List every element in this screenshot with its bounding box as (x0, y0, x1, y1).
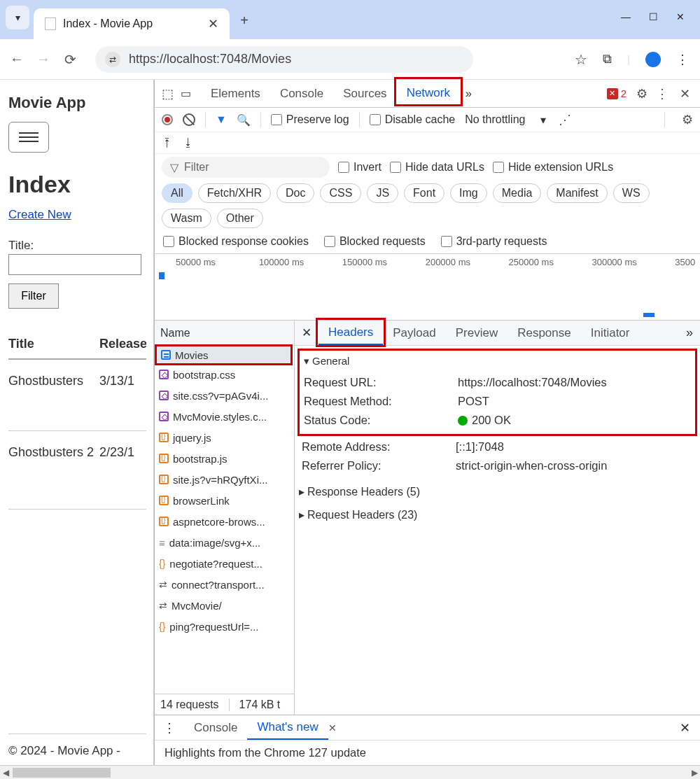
export-har-icon[interactable]: ⭱ (162, 136, 173, 149)
import-har-icon[interactable]: ⭳ (183, 136, 194, 149)
hide-data-urls-checkbox[interactable]: Hide data URLs (390, 161, 484, 174)
third-party-checkbox[interactable]: 3rd-party requests (441, 235, 547, 248)
horizontal-scrollbar[interactable]: ◀ ▶ (0, 765, 700, 779)
throttling-dropdown[interactable]: No throttling▾ (465, 113, 546, 127)
request-row[interactable]: {}negotiate?request... (155, 553, 294, 574)
device-toggle-icon[interactable]: ▭ (181, 87, 191, 100)
new-tab-button[interactable]: + (234, 13, 255, 29)
pill-doc[interactable]: Doc (276, 183, 314, 203)
request-list-header[interactable]: Name (155, 321, 294, 346)
pill-img[interactable]: Img (450, 183, 487, 203)
pill-css[interactable]: CSS (320, 183, 361, 203)
pill-other[interactable]: Other (217, 209, 263, 228)
bookmark-star-icon[interactable]: ☆ (575, 51, 587, 68)
request-row[interactable]: aspnetcore-brows... (155, 511, 294, 532)
tab-search-button[interactable]: ▾ (6, 6, 29, 29)
drawer-tab-whatsnew[interactable]: What's new (247, 716, 328, 740)
app-brand[interactable]: Movie App (8, 94, 146, 112)
tab-network[interactable]: Network (398, 82, 458, 106)
pill-ws[interactable]: WS (613, 183, 650, 203)
pill-media[interactable]: Media (493, 183, 542, 203)
detail-tab-headers[interactable]: Headers (318, 321, 383, 345)
request-row[interactable]: ⇄connect?transport... (155, 574, 294, 595)
browser-tab[interactable]: Index - Movie App ✕ (34, 8, 230, 39)
table-row: Ghostbusters 3/13/1 (8, 360, 146, 431)
request-row[interactable]: {}ping?requestUrl=... (155, 616, 294, 637)
address-bar[interactable]: ⇄ https://localhost:7048/Movies (95, 46, 473, 73)
invert-checkbox[interactable]: Invert (338, 161, 382, 174)
request-row[interactable]: bootstrap.js (155, 448, 294, 469)
create-new-link[interactable]: Create New (8, 208, 146, 222)
network-conditions-icon[interactable]: ⋰ (559, 112, 571, 127)
drawer-tab-console[interactable]: Console (184, 717, 247, 739)
response-headers-disclosure[interactable]: Response Headers (5) (295, 479, 700, 503)
page-content: Movie App Index Create New Title: Filter… (0, 80, 154, 765)
detail-tab-initiator[interactable]: Initiator (581, 322, 640, 344)
request-row[interactable]: jquery.js (155, 427, 294, 448)
request-row[interactable]: ≡data:image/svg+x... (155, 532, 294, 553)
request-row[interactable]: site.css?v=pAGv4i... (155, 385, 294, 406)
general-disclosure[interactable]: General (304, 355, 690, 367)
profile-avatar[interactable] (645, 52, 661, 67)
maximize-icon[interactable]: ☐ (649, 11, 658, 22)
detail-close-icon[interactable]: ✕ (295, 325, 318, 340)
pill-fetch[interactable]: Fetch/XHR (198, 183, 271, 203)
request-row-movies[interactable]: Movies (155, 344, 293, 365)
extensions-icon[interactable]: ⧉ (603, 52, 612, 66)
network-settings-icon[interactable]: ⚙ (682, 112, 693, 127)
scrollbar-thumb[interactable] (13, 768, 111, 778)
scroll-left-icon[interactable]: ◀ (0, 768, 11, 778)
drawer-menu-icon[interactable]: ⋮ (155, 720, 184, 736)
disable-cache-checkbox[interactable]: Disable cache (370, 113, 456, 126)
pill-manifest[interactable]: Manifest (547, 183, 607, 203)
request-row[interactable]: bootstrap.css (155, 364, 294, 385)
preserve-log-checkbox[interactable]: Preserve log (271, 113, 349, 126)
ws-icon: ⇄ (159, 579, 167, 590)
minimize-icon[interactable]: — (621, 11, 631, 22)
hamburger-menu-button[interactable] (8, 122, 49, 153)
close-window-icon[interactable]: ✕ (676, 11, 685, 22)
request-row[interactable]: browserLink (155, 490, 294, 511)
filter-button[interactable]: Filter (8, 283, 59, 309)
back-button[interactable]: ← (7, 50, 27, 69)
request-headers-disclosure[interactable]: Request Headers (23) (295, 503, 700, 526)
hide-ext-urls-checkbox[interactable]: Hide extension URLs (493, 161, 613, 174)
request-row[interactable]: MvcMovie.styles.c... (155, 406, 294, 427)
pill-all[interactable]: All (162, 183, 192, 203)
detail-tab-response[interactable]: Response (507, 322, 581, 344)
detail-tab-preview[interactable]: Preview (446, 322, 507, 344)
network-timeline[interactable]: 50000 ms 100000 ms 150000 ms 200000 ms 2… (155, 253, 700, 321)
tab-elements[interactable]: Elements (202, 83, 269, 105)
clear-button[interactable] (183, 113, 195, 126)
close-drawer-tab-icon[interactable]: ✕ (328, 722, 337, 734)
error-count[interactable]: ✕ 2 (607, 87, 626, 99)
close-drawer-icon[interactable]: ✕ (670, 720, 700, 736)
filter-input[interactable]: ▽ Filter (162, 157, 330, 178)
record-button[interactable] (162, 114, 173, 125)
inspect-icon[interactable]: ⬚ (162, 86, 174, 101)
kebab-menu-icon[interactable]: ⋮ (676, 52, 689, 67)
tab-sources[interactable]: Sources (335, 83, 395, 105)
more-tabs-icon[interactable]: » (465, 87, 472, 100)
reload-button[interactable]: ⟳ (60, 50, 80, 69)
close-tab-icon[interactable]: ✕ (208, 16, 218, 31)
pill-wasm[interactable]: Wasm (162, 209, 211, 228)
devtools-menu-icon[interactable]: ⋮ (656, 86, 668, 101)
detail-tab-payload[interactable]: Payload (383, 322, 445, 344)
scroll-right-icon[interactable]: ▶ (689, 768, 700, 778)
title-filter-input[interactable] (8, 254, 141, 275)
blocked-cookies-checkbox[interactable]: Blocked response cookies (163, 235, 309, 248)
pill-js[interactable]: JS (367, 183, 398, 203)
request-row[interactable]: site.js?v=hRQyftXi... (155, 469, 294, 490)
settings-gear-icon[interactable]: ⚙ (636, 86, 648, 101)
blocked-requests-checkbox[interactable]: Blocked requests (324, 235, 426, 248)
tab-console[interactable]: Console (272, 83, 332, 105)
site-settings-icon[interactable]: ⇄ (105, 52, 120, 67)
filter-icon[interactable]: ▼ (216, 113, 227, 126)
forward-button[interactable]: → (34, 50, 53, 69)
more-detail-tabs-icon[interactable]: » (679, 325, 700, 340)
search-icon[interactable]: 🔍 (237, 113, 251, 127)
devtools-close-icon[interactable]: ✕ (680, 86, 690, 101)
request-row[interactable]: ⇄MvcMovie/ (155, 595, 294, 616)
pill-font[interactable]: Font (404, 183, 444, 203)
